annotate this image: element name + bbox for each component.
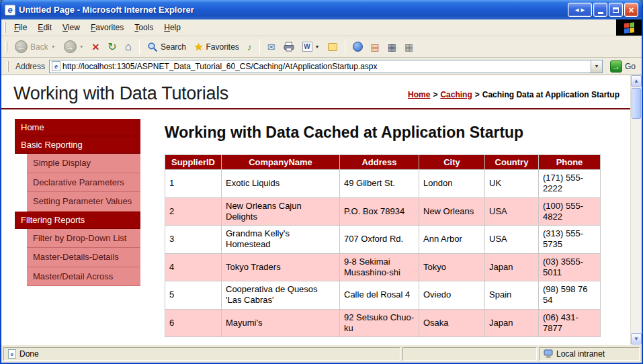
edit-dropdown-caret: ▼	[315, 44, 320, 49]
menu-item-help[interactable]: Help	[159, 21, 186, 34]
table-cell: 6	[165, 309, 222, 337]
sidebar-item-master-detail-across[interactable]: Master/Detail Across	[27, 267, 140, 287]
local-intranet-icon	[544, 349, 553, 359]
home-button[interactable]: ⌂	[122, 40, 135, 54]
close-icon: ×	[628, 5, 634, 15]
site-title: Working with Data Tutorials	[13, 83, 228, 104]
calculator-button[interactable]: ▦	[384, 41, 400, 53]
suppliers-table-head-row: SupplierIDCompanyNameAddressCityCountryP…	[165, 155, 601, 170]
sidebar-item-basic-reporting[interactable]: Basic Reporting	[15, 136, 140, 154]
research-button[interactable]: ▤	[368, 41, 383, 53]
ie-throbber	[616, 19, 642, 36]
research-icon: ▤	[371, 42, 380, 52]
table-cell: (98) 598 76 54	[539, 281, 601, 310]
window-pan-button[interactable]: ◂▸	[568, 3, 592, 17]
table-row: 4Tokyo Traders9-8 Sekimai Musashino-shiT…	[165, 253, 601, 281]
sidebar-item-filter-by-drop-down-list[interactable]: Filter by Drop-Down List	[27, 229, 140, 248]
breadcrumb: Home>Caching>Caching Data at Application…	[408, 90, 625, 99]
table-cell: New Orleans Cajun Delights	[222, 197, 340, 226]
table-cell: USA	[485, 197, 539, 226]
print-button[interactable]	[280, 40, 298, 53]
breadcrumb-link-caching[interactable]: Caching	[440, 90, 472, 99]
menu-item-tools[interactable]: Tools	[129, 21, 159, 34]
sidebar-item-simple-display[interactable]: Simple Display	[27, 154, 140, 173]
title-bar[interactable]: e Untitled Page - Microsoft Internet Exp…	[1, 0, 642, 19]
breadcrumb-link-home[interactable]: Home	[408, 90, 430, 99]
column-header-address: Address	[340, 155, 419, 170]
favorites-button[interactable]: ★ Favorites	[191, 40, 243, 53]
go-arrow-icon: →	[610, 60, 622, 73]
sidebar-item-filtering-reports[interactable]: Filtering Reports	[15, 212, 140, 229]
sidebar-item-master-details-details[interactable]: Master-Details-Details	[27, 248, 140, 267]
refresh-icon: ↻	[108, 42, 116, 52]
window-title: Untitled Page - Microsoft Internet Explo…	[19, 5, 564, 15]
table-cell: 9-8 Sekimai Musashino-shi	[340, 253, 419, 281]
scrollbar-thumb[interactable]	[632, 88, 641, 119]
back-dropdown-caret: ▼	[51, 44, 56, 49]
table-cell: 707 Oxford Rd.	[340, 226, 419, 254]
go-button[interactable]: → Go	[607, 60, 639, 73]
maximize-icon	[613, 7, 619, 13]
table-cell: 49 Gilbert St.	[340, 170, 419, 198]
minimize-button[interactable]	[593, 3, 607, 17]
search-button[interactable]: Search	[144, 40, 189, 54]
table-cell: Ann Arbor	[419, 226, 485, 254]
table-cell: Spain	[485, 281, 539, 310]
address-dropdown-button[interactable]: ▼	[591, 60, 602, 73]
forward-button[interactable]: → ▼	[60, 39, 87, 54]
address-input[interactable]: e http://localhost:1305/ASPNET_Data_Tuto…	[49, 60, 603, 73]
table-cell: Mayumi's	[222, 309, 340, 337]
sidebar-item-home[interactable]: Home	[15, 119, 140, 136]
refresh-button[interactable]: ↻	[104, 40, 120, 54]
messenger-icon	[353, 42, 363, 52]
stop-button[interactable]: ✕	[89, 41, 103, 53]
grid-button[interactable]: ▦	[401, 41, 417, 53]
table-row: 6Mayumi's92 Setsuko Chuo-kuOsakaJapan(06…	[165, 309, 601, 337]
menu-item-file[interactable]: File	[9, 21, 32, 34]
minimize-icon	[598, 12, 603, 14]
forward-dropdown-caret: ▼	[79, 44, 84, 49]
page-icon: e	[52, 61, 60, 71]
table-row: 1Exotic Liquids49 Gilbert St.LondonUK(17…	[165, 170, 601, 198]
table-cell: (171) 555-2222	[539, 170, 601, 198]
scroll-down-button[interactable]: ▼	[631, 333, 642, 345]
suppliers-table-body: 1Exotic Liquids49 Gilbert St.LondonUK(17…	[165, 170, 601, 337]
scroll-up-button[interactable]: ▲	[631, 75, 642, 87]
column-header-city: City	[419, 155, 485, 170]
menu-drag-handle[interactable]	[4, 22, 6, 33]
chevron-down-icon: ▼	[595, 64, 599, 69]
sidebar-item-declarative-parameters[interactable]: Declarative Parameters	[27, 173, 140, 193]
back-button[interactable]: ← Back ▼	[11, 39, 59, 54]
back-icon: ←	[15, 40, 28, 53]
discuss-icon	[328, 43, 337, 51]
scroll-down-icon: ▼	[634, 336, 639, 342]
address-drag-handle[interactable]	[7, 61, 9, 72]
mail-button[interactable]: ✉	[264, 41, 279, 53]
table-cell: Osaka	[419, 309, 485, 337]
column-header-country: Country	[485, 155, 539, 170]
browser-viewport: Working with Data Tutorials Home>Caching…	[1, 75, 642, 345]
table-cell: USA	[485, 226, 539, 254]
toolbar-separator	[139, 40, 140, 54]
search-icon	[147, 42, 158, 52]
sidebar-item-setting-parameter-values[interactable]: Setting Parameter Values	[27, 192, 140, 212]
table-cell: 5	[165, 281, 222, 310]
left-arrow-icon: ◂	[575, 5, 579, 14]
discuss-button[interactable]	[325, 42, 341, 52]
menu-item-edit[interactable]: Edit	[32, 21, 57, 34]
security-zone-pane: Local intranet	[539, 347, 640, 361]
menu-items: FileEditViewFavoritesToolsHelp	[9, 21, 186, 34]
edit-with-word-button[interactable]: W ▼	[299, 40, 323, 53]
media-button[interactable]: ♪	[244, 41, 255, 53]
messenger-button[interactable]	[349, 40, 366, 53]
table-cell: Grandma Kelly's Homestead	[222, 226, 340, 254]
menu-item-favorites[interactable]: Favorites	[85, 21, 129, 34]
url-text[interactable]: http://localhost:1305/ASPNET_Data_Tutori…	[62, 62, 591, 71]
menu-item-view[interactable]: View	[57, 21, 85, 34]
close-button[interactable]: ×	[624, 3, 638, 17]
scroll-up-icon: ▲	[634, 78, 639, 84]
maximize-button[interactable]	[609, 3, 623, 17]
page-body: HomeBasic ReportingSimple DisplayDeclara…	[1, 109, 630, 337]
toolbar-drag-handle[interactable]	[5, 42, 7, 52]
vertical-scrollbar[interactable]: ▲ ▼	[630, 75, 642, 345]
